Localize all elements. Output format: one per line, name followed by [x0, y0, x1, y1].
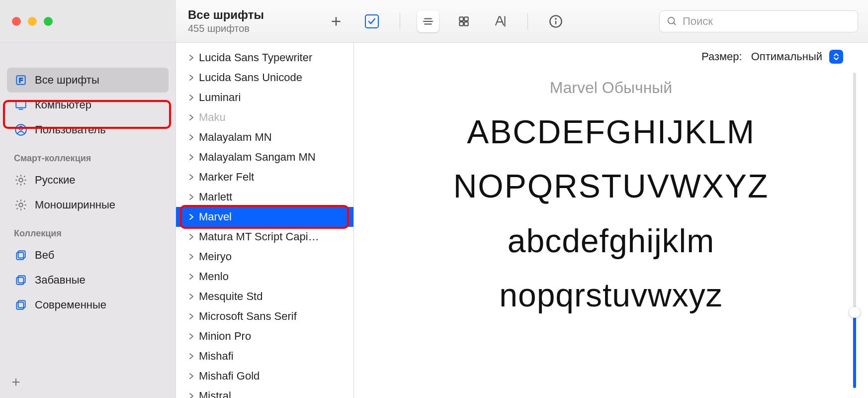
font-name-label: Mesquite Std [199, 290, 262, 303]
font-list-item[interactable]: Minion Pro [176, 326, 353, 346]
font-list-item[interactable]: Mishafi Gold [176, 366, 353, 386]
sidebar-item-label: Пользователь [35, 123, 106, 136]
font-name-label: Marvel [199, 210, 232, 223]
add-font-button[interactable] [325, 10, 347, 32]
svg-rect-7 [459, 22, 463, 26]
sidebar-item-computer[interactable]: Компьютер [7, 93, 169, 117]
size-slider[interactable] [853, 73, 856, 388]
font-list-item[interactable]: Marlett [176, 187, 353, 207]
chevron-right-icon [188, 293, 195, 300]
stack-icon [14, 298, 28, 312]
font-list-item[interactable]: Maku [176, 107, 353, 127]
fullscreen-window-button[interactable] [44, 17, 53, 26]
sidebar-item-collection-fun[interactable]: Забавные [7, 268, 169, 293]
info-button[interactable] [545, 10, 567, 32]
checkmark-icon [367, 17, 376, 26]
validate-fonts-button[interactable] [361, 10, 383, 32]
font-list-item[interactable]: Mistral [176, 386, 353, 398]
slider-fill [853, 312, 856, 388]
font-list-item[interactable]: Lucida Sans Typewriter [176, 48, 353, 68]
font-name-label: Luminari [199, 91, 241, 104]
close-window-button[interactable] [12, 17, 21, 26]
svg-point-14 [668, 17, 675, 23]
font-list-item[interactable]: Lucida Sans [176, 43, 353, 48]
svg-point-21 [19, 126, 23, 130]
chevron-right-icon [188, 54, 195, 61]
svg-rect-26 [16, 278, 23, 285]
search-icon [667, 16, 678, 27]
font-list-item[interactable]: Luminari [176, 88, 353, 107]
font-list-item[interactable]: Meiryo [176, 247, 353, 267]
font-list-item[interactable]: Mishafi [176, 346, 353, 366]
list-icon [422, 15, 434, 28]
svg-line-15 [674, 22, 676, 25]
sidebar-item-label: Веб [35, 249, 54, 262]
chevron-right-icon [188, 154, 195, 161]
font-name-label: Mistral [199, 390, 231, 398]
sidebar: F Все шрифты Компьютер Пользователь Смар… [0, 43, 176, 398]
chevron-right-icon [188, 373, 195, 380]
sidebar-item-user[interactable]: Пользователь [7, 117, 169, 142]
sidebar-item-collection-web[interactable]: Веб [7, 243, 169, 268]
font-list-item[interactable]: Matura MT Script Capi… [176, 227, 353, 247]
svg-rect-5 [459, 17, 463, 21]
chevron-right-icon [188, 233, 195, 240]
font-list-item[interactable]: Marker Felt [176, 167, 353, 187]
sidebar-item-label: Компьютер [35, 99, 91, 111]
gear-icon [14, 173, 28, 187]
slider-thumb[interactable] [849, 307, 860, 318]
sidebar-item-label: Русские [35, 174, 76, 187]
chevron-right-icon [188, 393, 195, 398]
size-select[interactable]: Оптимальный [751, 50, 843, 64]
grid-view-button[interactable] [453, 10, 475, 32]
gear-icon [14, 198, 28, 212]
user-icon [14, 123, 28, 137]
main-toolbar: Все шрифты 455 шрифтов [176, 0, 868, 42]
font-book-icon: F [14, 73, 28, 87]
text-cursor-icon [493, 14, 507, 28]
chevron-right-icon [188, 273, 195, 280]
sidebar-heading-collection: Коллекция [0, 217, 175, 243]
content: F Все шрифты Компьютер Пользователь Смар… [0, 43, 868, 398]
font-list-item[interactable]: Microsoft Sans Serif [176, 306, 353, 326]
font-name-label: Marlett [199, 191, 232, 203]
font-name-label: Lucida Sans Unicode [199, 71, 302, 84]
toolbar-separator [527, 13, 528, 30]
svg-rect-18 [16, 101, 26, 107]
size-value: Оптимальный [751, 50, 822, 63]
font-list-item[interactable]: Malayalam MN [176, 127, 353, 147]
preview-panel: Размер: Оптимальный Marvel Обычный ABCDE… [354, 43, 868, 398]
minimize-window-button[interactable] [28, 17, 37, 26]
search-input[interactable] [683, 15, 851, 28]
chevron-right-icon [188, 174, 195, 181]
add-collection-button[interactable] [7, 373, 25, 391]
toolbar: Все шрифты 455 шрифтов [0, 0, 868, 43]
chevron-right-icon [188, 194, 195, 200]
search-box[interactable] [659, 10, 858, 32]
sidebar-item-smart-russian[interactable]: Русские [7, 168, 169, 193]
font-list-item[interactable]: Malayalam Sangam MN [176, 147, 353, 167]
font-list-item[interactable]: Marvel [176, 207, 353, 227]
font-list-item[interactable]: Lucida Sans Unicode [176, 68, 353, 88]
custom-preview-button[interactable] [489, 10, 511, 32]
chevron-right-icon [188, 353, 195, 360]
font-list[interactable]: Lucida SansLucida Sans TypewriterLucida … [176, 43, 354, 398]
svg-rect-29 [18, 300, 25, 307]
preview-header: Размер: Оптимальный [354, 43, 868, 69]
info-icon [549, 14, 563, 28]
sidebar-item-all-fonts[interactable]: F Все шрифты [7, 68, 169, 93]
font-list-item[interactable]: Menlo [176, 267, 353, 287]
preview-line: nopqrstuvwxyz [499, 278, 723, 312]
preview-body: Marvel Обычный ABCDEFGHIJKLM NOPQRSTUVWX… [354, 69, 868, 398]
font-name-label: Malayalam MN [199, 131, 272, 144]
sidebar-item-collection-modern[interactable]: Современные [7, 293, 169, 317]
font-name-label: Mishafi Gold [199, 370, 260, 383]
sidebar-heading-smart: Смарт-коллекция [0, 142, 175, 168]
display-icon [14, 98, 28, 112]
window-controls [0, 0, 176, 42]
plus-icon [10, 377, 21, 388]
font-name-label: Minion Pro [199, 330, 251, 343]
font-list-item[interactable]: Mesquite Std [176, 287, 353, 306]
sidebar-item-smart-monospace[interactable]: Моноширинные [7, 193, 169, 217]
list-view-button[interactable] [417, 10, 439, 32]
